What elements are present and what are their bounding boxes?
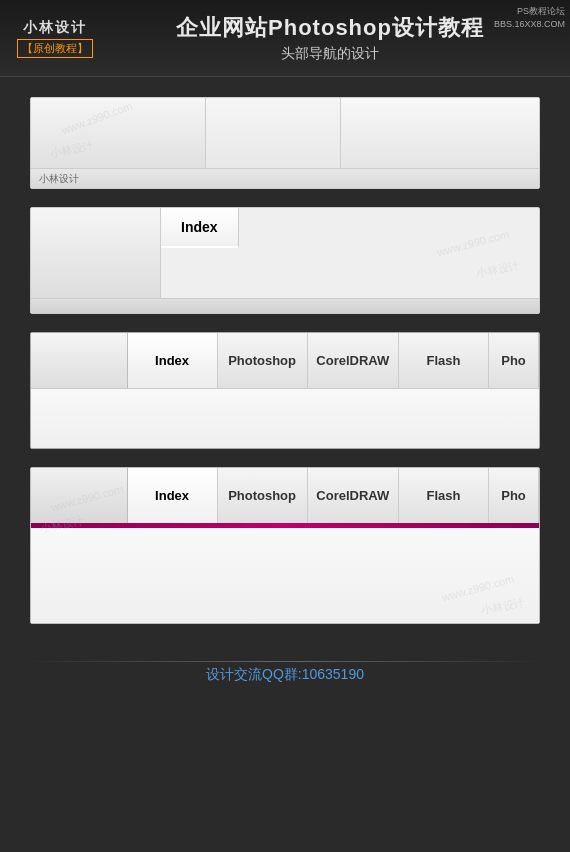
panel-2-logo-col: [31, 208, 161, 298]
panel-4-tab-coreldraw[interactable]: CorelDRAW: [308, 468, 399, 523]
footer-text: 设计交流QQ群:10635190: [0, 666, 570, 684]
forum-badge: PS教程论坛 BBS.16XX8.COM: [494, 5, 565, 30]
panel-3-tab-index[interactable]: Index: [128, 333, 218, 388]
forum-line1: PS教程论坛: [494, 5, 565, 18]
panel-1-row: [31, 98, 539, 168]
panel-1: 小林设计: [30, 97, 540, 189]
section-2: Index www.z990.com 小林设计: [30, 207, 540, 314]
panel-4-tab-flash[interactable]: Flash: [399, 468, 489, 523]
panel-4-tab-photoshop[interactable]: Photoshop: [218, 468, 308, 523]
main-title: 企业网站Photoshop设计教程: [100, 13, 560, 43]
header: 小林设计 【原创教程】 企业网站Photoshop设计教程 头部导航的设计 PS…: [0, 0, 570, 77]
panel-2-nav-area: Index: [161, 208, 539, 298]
panel-4-nav-bar: Index Photoshop CorelDRAW Flash Pho: [31, 468, 539, 523]
header-title-area: 企业网站Photoshop设计教程 头部导航的设计: [100, 13, 560, 63]
panel-2: Index: [30, 207, 540, 314]
logo: 小林设计 【原创教程】: [10, 8, 100, 68]
panel-3-sub-area: [31, 388, 539, 448]
logo-text: 小林设计: [23, 19, 87, 37]
panel-1-bottom-bar: 小林设计: [31, 168, 539, 188]
sub-title: 头部导航的设计: [100, 45, 560, 63]
panel-4-logo: [31, 468, 128, 523]
panel-3-tab-pho[interactable]: Pho: [489, 333, 539, 388]
panel-2-index-tab[interactable]: Index: [161, 208, 239, 248]
panel-4-tab-pho[interactable]: Pho: [489, 468, 539, 523]
section-3: Index Photoshop CorelDRAW Flash Pho: [30, 332, 540, 449]
panel-1-mid-col: [206, 98, 341, 168]
panel-2-bottom-bar: [31, 298, 539, 313]
panel-4-sub-area: [31, 528, 539, 623]
panel-2-row: Index: [31, 208, 539, 298]
section-4: Index Photoshop CorelDRAW Flash Pho www.…: [30, 467, 540, 624]
panel-1-logo-col: [31, 98, 206, 168]
footer-divider: [25, 661, 545, 662]
panel-3-tab-flash[interactable]: Flash: [399, 333, 489, 388]
forum-line2: BBS.16XX8.COM: [494, 18, 565, 31]
panel-3-tab-photoshop[interactable]: Photoshop: [218, 333, 308, 388]
panel-1-right-col: [341, 98, 539, 168]
panel-3-logo: [31, 333, 128, 388]
panel-3-tab-coreldraw[interactable]: CorelDRAW: [308, 333, 399, 388]
panel-3: Index Photoshop CorelDRAW Flash Pho: [30, 332, 540, 449]
panel-4: Index Photoshop CorelDRAW Flash Pho: [30, 467, 540, 624]
footer: 设计交流QQ群:10635190: [0, 642, 570, 699]
logo-badge: 【原创教程】: [17, 39, 93, 58]
panel-3-nav-bar: Index Photoshop CorelDRAW Flash Pho: [31, 333, 539, 388]
panel-4-tab-index[interactable]: Index: [128, 468, 218, 523]
panel-1-bottom-text: 小林设计: [39, 172, 79, 186]
section-1: 小林设计 www.z990.com 小林设计: [30, 97, 540, 189]
